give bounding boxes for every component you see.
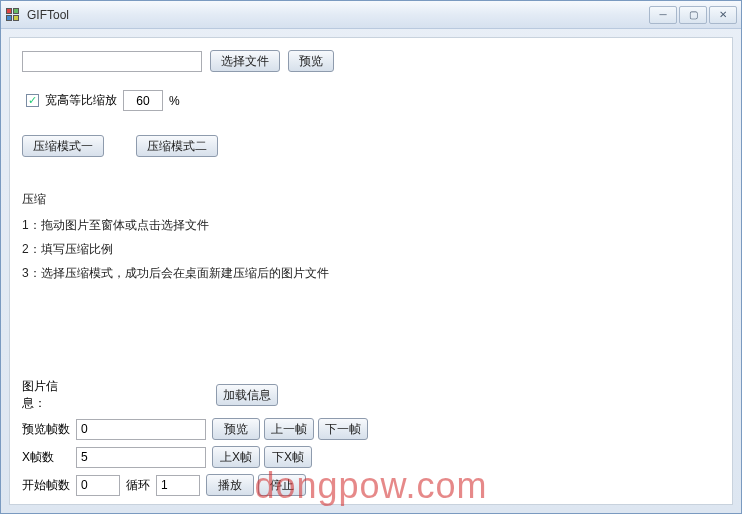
prev-frame-button[interactable]: 上一帧 — [264, 418, 314, 440]
x-frames-input[interactable] — [76, 447, 206, 468]
preview-frames-row: 预览帧数 预览 上一帧 下一帧 — [22, 418, 368, 440]
instructions-block: 压缩 1：拖动图片至窗体或点击选择文件 2：填写压缩比例 3：选择压缩模式，成功… — [22, 187, 720, 285]
mode-row: 压缩模式一 压缩模式二 — [22, 135, 720, 157]
window-title: GIFTool — [27, 8, 649, 22]
client-area: 选择文件 预览 ✓ 宽高等比缩放 % 压缩模式一 压缩模式二 压缩 1：拖动图片… — [1, 29, 741, 513]
image-info-label: 图片信息： — [22, 378, 70, 412]
stop-button[interactable]: 停止 — [258, 474, 306, 496]
scale-row: ✓ 宽高等比缩放 % — [26, 90, 720, 111]
app-window: GIFTool ─ ▢ ✕ 选择文件 预览 ✓ 宽高等比缩放 % 压缩模 — [0, 0, 742, 514]
preview-frames-label: 预览帧数 — [22, 421, 70, 438]
main-panel: 选择文件 预览 ✓ 宽高等比缩放 % 压缩模式一 压缩模式二 压缩 1：拖动图片… — [9, 37, 733, 505]
maximize-icon: ▢ — [689, 10, 698, 20]
minimize-icon: ─ — [659, 10, 666, 20]
start-frames-label: 开始帧数 — [22, 477, 70, 494]
preview-button[interactable]: 预览 — [288, 50, 334, 72]
close-icon: ✕ — [719, 10, 727, 20]
instructions-header: 压缩 — [22, 187, 720, 211]
titlebar: GIFTool ─ ▢ ✕ — [1, 1, 741, 29]
loop-count-input[interactable] — [156, 475, 200, 496]
window-controls: ─ ▢ ✕ — [649, 6, 737, 24]
check-icon: ✓ — [28, 95, 37, 106]
maximize-button[interactable]: ▢ — [679, 6, 707, 24]
start-frames-input[interactable] — [76, 475, 120, 496]
next-frame-button[interactable]: 下一帧 — [318, 418, 368, 440]
up-x-frames-button[interactable]: 上X帧 — [212, 446, 260, 468]
load-info-button[interactable]: 加载信息 — [216, 384, 278, 406]
file-row: 选择文件 预览 — [22, 50, 720, 72]
image-info-row: 图片信息： 加载信息 — [22, 378, 278, 412]
compress-mode-1-button[interactable]: 压缩模式一 — [22, 135, 104, 157]
play-button[interactable]: 播放 — [206, 474, 254, 496]
instruction-line-3: 3：选择压缩模式，成功后会在桌面新建压缩后的图片文件 — [22, 261, 720, 285]
info-area: 图片信息： 加载信息 预览帧数 预览 上一帧 下一帧 — [22, 378, 720, 496]
preview-frames-input[interactable] — [76, 419, 206, 440]
x-frames-row: X帧数 上X帧 下X帧 — [22, 446, 312, 468]
aspect-ratio-label: 宽高等比缩放 — [45, 92, 117, 109]
app-icon — [5, 7, 21, 23]
instruction-line-2: 2：填写压缩比例 — [22, 237, 720, 261]
x-frames-label: X帧数 — [22, 449, 70, 466]
instruction-line-1: 1：拖动图片至窗体或点击选择文件 — [22, 213, 720, 237]
choose-file-button[interactable]: 选择文件 — [210, 50, 280, 72]
percent-suffix: % — [169, 94, 180, 108]
close-button[interactable]: ✕ — [709, 6, 737, 24]
minimize-button[interactable]: ─ — [649, 6, 677, 24]
frame-preview-button[interactable]: 预览 — [212, 418, 260, 440]
aspect-ratio-checkbox[interactable]: ✓ — [26, 94, 39, 107]
down-x-frames-button[interactable]: 下X帧 — [264, 446, 312, 468]
file-path-input[interactable] — [22, 51, 202, 72]
scale-percent-input[interactable] — [123, 90, 163, 111]
playback-row: 开始帧数 循环 播放 停止 — [22, 474, 306, 496]
loop-label: 循环 — [126, 477, 150, 494]
compress-mode-2-button[interactable]: 压缩模式二 — [136, 135, 218, 157]
